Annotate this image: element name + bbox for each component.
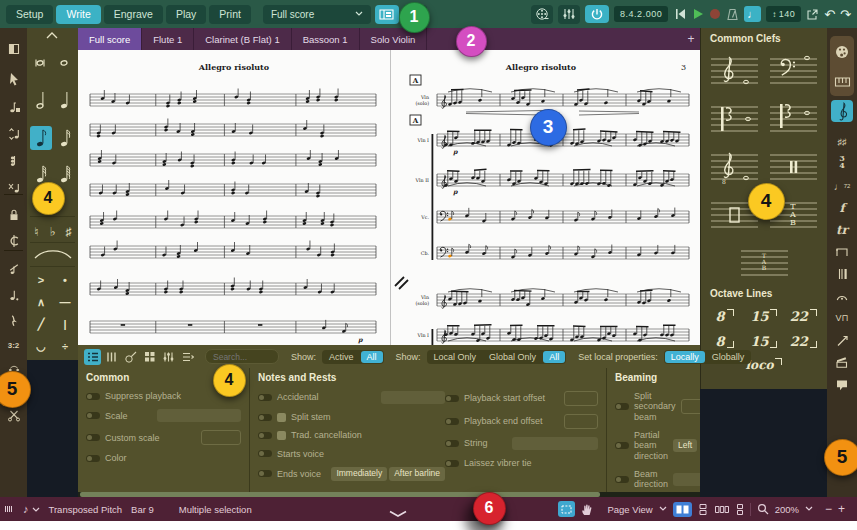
property-toggle[interactable] <box>258 414 272 421</box>
playing-techniques-icon[interactable]: V⊓ <box>827 308 857 328</box>
marquee-tool-icon[interactable] <box>558 501 575 517</box>
zoom-in-button[interactable]: + <box>838 502 845 516</box>
view-mode-select[interactable]: Page View <box>607 504 652 515</box>
property-button[interactable]: Left <box>673 439 697 453</box>
power-button[interactable] <box>585 5 609 23</box>
panel-collapse-handle[interactable] <box>388 504 408 522</box>
property-button[interactable]: After barline <box>389 467 445 481</box>
play-icon[interactable] <box>692 8 704 20</box>
rhythmic-grid-note-icon[interactable]: ♪ <box>23 503 40 515</box>
filter-all[interactable]: All <box>543 351 565 363</box>
rewind-to-start-icon[interactable] <box>673 8 687 20</box>
property-toggle[interactable] <box>258 432 272 439</box>
video-icon[interactable] <box>531 5 553 24</box>
holds-and-pauses-icon[interactable] <box>827 286 857 306</box>
tab-guitar-pad-icon[interactable] <box>122 349 139 365</box>
quarter-note-button[interactable] <box>54 88 76 112</box>
pages-vertical-icon[interactable] <box>736 503 744 516</box>
dotted-note-icon[interactable] <box>0 284 27 306</box>
tab-key-editor-icon[interactable] <box>103 349 120 365</box>
checkbox[interactable] <box>277 413 286 422</box>
property-toggle[interactable] <box>445 395 459 402</box>
set-globally[interactable]: Globally <box>706 351 751 363</box>
property-toggle[interactable] <box>258 394 272 401</box>
pages-horizontal-icon[interactable] <box>714 505 730 514</box>
tab-properties-icon[interactable] <box>84 349 101 365</box>
toolbox-palette-icon[interactable] <box>827 42 857 62</box>
insert-mode-icon[interactable] <box>0 230 27 252</box>
property-toggle[interactable] <box>445 418 459 425</box>
treble-octave-clef-button[interactable]: 8 <box>708 147 761 185</box>
mode-tab-print[interactable]: Print <box>209 5 251 24</box>
flows-icon[interactable] <box>4 504 14 514</box>
tab-list-icon[interactable] <box>179 349 196 365</box>
zoom-level-select[interactable]: 200% <box>775 504 799 515</box>
repeat-structures-icon[interactable] <box>827 242 857 262</box>
undo-icon[interactable]: ↶ <box>824 8 835 21</box>
octave-line-15-up[interactable]: 15 <box>744 304 783 329</box>
common-clefs-header[interactable]: Common Clefs <box>701 28 827 49</box>
octave-line-22-down[interactable]: 22 <box>784 329 823 354</box>
property-select[interactable] <box>157 409 241 422</box>
fixed-tempo-button[interactable]: ♩ <box>744 6 761 22</box>
sixtyfourth-note-button[interactable] <box>54 162 76 186</box>
search-input[interactable] <box>205 349 279 364</box>
tempo-marks-icon[interactable]: ♩72 <box>827 176 857 196</box>
slur-button[interactable] <box>30 244 75 264</box>
tuplet-icon[interactable]: 3:2 <box>0 334 27 356</box>
half-note-button[interactable] <box>30 88 52 112</box>
property-toggle[interactable] <box>86 412 100 419</box>
record-icon[interactable] <box>709 8 721 20</box>
hand-tool-icon[interactable] <box>581 503 593 516</box>
layout-tab[interactable]: Full score <box>78 28 142 50</box>
property-select[interactable] <box>673 473 700 486</box>
tab-drum-pads-icon[interactable] <box>141 349 158 365</box>
tab-small-clef-button[interactable]: TAB <box>738 243 791 281</box>
zoom-out-button[interactable]: − <box>825 502 832 516</box>
alto-clef-button[interactable] <box>708 99 761 137</box>
checkbox[interactable] <box>277 431 286 440</box>
filter-all[interactable]: All <box>361 351 383 363</box>
rest-input-icon[interactable] <box>0 310 27 332</box>
octave-line-15-down[interactable]: 15 <box>744 329 783 354</box>
tab-mixer-icon[interactable] <box>160 349 177 365</box>
articulation-button[interactable]: ◡ <box>30 336 52 356</box>
whole-note-button[interactable] <box>54 50 76 74</box>
set-locally[interactable]: Locally <box>665 351 705 363</box>
note-input-icon[interactable] <box>0 96 27 118</box>
property-toggle[interactable] <box>445 460 459 467</box>
property-select[interactable] <box>381 391 445 404</box>
pages-side-by-side-icon[interactable] <box>673 502 692 517</box>
score-page-right[interactable]: Allegro risoluto3Vln(solo)AVln IApVln II… <box>390 50 700 345</box>
octave-line-8-up[interactable]: 8 <box>705 304 744 329</box>
dynamics-icon[interactable]: f <box>827 198 857 218</box>
articulation-button[interactable]: | <box>54 314 76 334</box>
property-toggle[interactable] <box>615 403 629 410</box>
score-page-left[interactable]: Allegro risolutop <box>78 50 390 345</box>
property-select[interactable] <box>512 437 598 450</box>
layout-tab[interactable]: Clarinet (B Flat) 1 <box>194 28 291 50</box>
mixer-icon[interactable] <box>558 5 580 24</box>
accidental-button[interactable]: ♯ <box>61 220 76 244</box>
filter-local-only[interactable]: Local Only <box>428 351 483 363</box>
property-input[interactable] <box>201 430 241 445</box>
octave-lines-header[interactable]: Octave Lines <box>701 283 827 304</box>
articulation-button[interactable]: • <box>54 270 76 290</box>
time-signatures-icon[interactable]: 34 <box>827 152 857 172</box>
transpose-icon[interactable] <box>0 123 27 145</box>
articulation-button[interactable]: ╱ <box>30 314 52 334</box>
articulation-button[interactable]: > <box>30 270 52 290</box>
lock-duration-icon[interactable] <box>0 204 27 226</box>
pitch-mode-label[interactable]: Transposed Pitch <box>49 504 123 515</box>
accidental-button[interactable]: ♮ <box>29 220 44 244</box>
mode-tab-play[interactable]: Play <box>166 5 206 24</box>
lines-icon[interactable] <box>827 330 857 350</box>
property-toggle[interactable] <box>615 442 629 449</box>
breve-note-button[interactable] <box>30 50 52 74</box>
panel-toggle-icon[interactable] <box>0 38 27 60</box>
percussion-lines-clef-button[interactable] <box>767 147 820 185</box>
clefs-panel-icon[interactable] <box>831 100 853 122</box>
comments-icon[interactable] <box>827 374 857 394</box>
ornaments-icon[interactable]: tr <box>827 220 857 240</box>
property-toggle[interactable] <box>445 440 459 447</box>
